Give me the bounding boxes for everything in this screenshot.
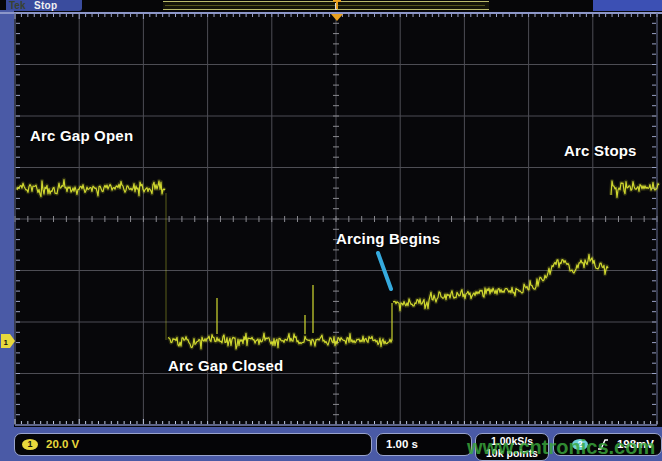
watermark: www.cntronics.com: [467, 436, 655, 459]
annotation-arc-gap-closed: Arc Gap Closed: [168, 357, 283, 374]
annotation-arcing-begins: Arcing Begins: [336, 230, 440, 247]
annotation-arc-gap-open: Arc Gap Open: [30, 127, 133, 144]
waveform-display: 1: [0, 0, 662, 461]
svg-text:1: 1: [4, 338, 9, 347]
annotation-arc-stops: Arc Stops: [564, 142, 637, 159]
oscilloscope-screen: Tek Stop 1 Arc Gap Open Arcing Begins Ar…: [0, 0, 662, 461]
